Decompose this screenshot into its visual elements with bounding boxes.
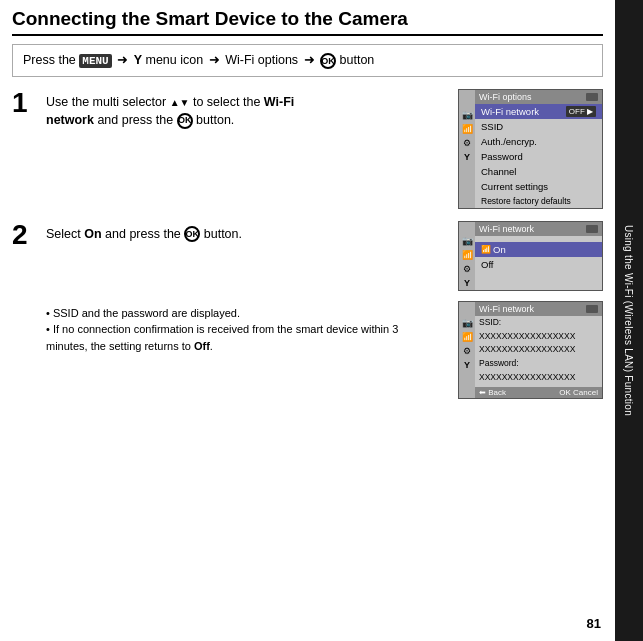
screen2-main: Wi-Fi network 📶 On	[475, 222, 602, 290]
menu-row-password: Password	[475, 149, 602, 164]
side-label: Using the Wi-Fi (Wireless LAN) Function	[615, 0, 643, 641]
screen2-camera-icon: 📷	[462, 236, 473, 246]
screen3-ssid-value1: XXXXXXXXXXXXXXXXX	[479, 331, 575, 341]
screen2-icons-col: 📷 📶 ⚙ Y	[459, 222, 475, 290]
screen2-settings-icon: ⚙	[463, 264, 471, 274]
step-2-number: 2	[12, 221, 40, 249]
step-1-text: Use the multi selector ▲▼ to select the …	[46, 89, 450, 129]
screen3-y-icon: Y	[464, 360, 470, 370]
screen2-title: Wi-Fi network	[479, 224, 534, 234]
step-1-number: 1	[12, 89, 40, 117]
screen3-title: Wi-Fi network	[479, 304, 534, 314]
arrow1: ➜	[117, 52, 128, 67]
screen2-header-icon	[586, 225, 598, 233]
selector-icon: ▲▼	[170, 97, 190, 108]
screen3-ssid-value1-row: XXXXXXXXXXXXXXXXX	[475, 330, 602, 344]
auth-label: Auth./encryp.	[481, 136, 537, 147]
screen1-header: Wi-Fi options	[475, 90, 602, 104]
screen1-title: Wi-Fi options	[479, 92, 532, 102]
screen2-header: Wi-Fi network	[475, 222, 602, 236]
screen3-password-label: Password:	[479, 358, 519, 368]
screens-column: 📷 📶 ⚙ Y Wi-Fi network	[450, 221, 603, 399]
step-2-text: Select On and press the OK button.	[46, 221, 442, 243]
menu-row-off: Off	[475, 257, 602, 272]
off-label: Off	[481, 259, 494, 270]
page-number: 81	[587, 616, 601, 631]
page-title: Connecting the Smart Device to the Camer…	[12, 8, 603, 36]
ok-button-icon-step2: OK	[184, 226, 200, 242]
header-icon	[586, 93, 598, 101]
ssid-password-screen: 📷 📶 ⚙ Y Wi-Fi network	[458, 301, 603, 399]
arrow3: ➜	[304, 52, 315, 67]
menu-row-on: 📶 On	[475, 242, 602, 257]
arrow2: ➜	[209, 52, 220, 67]
wifi-network-screen: 📷 📶 ⚙ Y Wi-Fi network	[458, 221, 603, 291]
step-3-screen: 📷 📶 ⚙ Y Wi-Fi network	[458, 301, 603, 399]
screen2-with-icons: 📷 📶 ⚙ Y Wi-Fi network	[459, 222, 602, 290]
bullet-1: SSID and the password are displayed.	[46, 305, 442, 322]
steps-area: 1 Use the multi selector ▲▼ to select th…	[12, 89, 603, 407]
button-label: button	[340, 53, 375, 67]
y-icon: Y	[464, 152, 470, 162]
screen3-header-icon	[586, 305, 598, 313]
page-container: Connecting the Smart Device to the Camer…	[0, 0, 643, 641]
screen2-body: 📶 On Off	[475, 236, 602, 272]
screen2-wifi-icon: 📶	[462, 250, 473, 260]
screen-icons-col: 📷 📶 ⚙ Y	[459, 90, 475, 208]
screen-main: Wi-Fi options Wi-Fi network OFF ▶	[475, 90, 602, 208]
ok-button-icon-step1: OK	[177, 113, 193, 129]
camera-icon: 📷	[462, 110, 473, 120]
step-1-row: 1 Use the multi selector ▲▼ to select th…	[12, 89, 603, 209]
step-1-screen: 📷 📶 ⚙ Y Wi-Fi options	[458, 89, 603, 209]
side-label-text: Using the Wi-Fi (Wireless LAN) Function	[624, 225, 635, 416]
screen3-wifi-icon: 📶	[462, 332, 473, 342]
screen3-with-icons: 📷 📶 ⚙ Y Wi-Fi network	[459, 302, 602, 398]
menu-row-channel: Channel	[475, 164, 602, 179]
menu-button-label: MENU	[79, 54, 111, 68]
menu-row-restore: Restore factory defaults	[475, 194, 602, 208]
menu-row-auth: Auth./encryp.	[475, 134, 602, 149]
bullets-list: SSID and the password are displayed. If …	[46, 305, 442, 355]
menu-row-current: Current settings	[475, 179, 602, 194]
bullet-2: If no connection confirmation is receive…	[46, 321, 442, 354]
icon-y: Y	[134, 53, 142, 67]
restore-label: Restore factory defaults	[481, 196, 571, 206]
screen3-main: Wi-Fi network SSID:	[475, 302, 602, 398]
bullets-text: SSID and the password are displayed. If …	[46, 303, 442, 355]
channel-label: Channel	[481, 166, 516, 177]
screen3-body: SSID: XXXXXXXXXXXXXXXXX XXXXXXXXXXXXXXXX…	[475, 316, 602, 398]
cancel-button[interactable]: OK Cancel	[559, 388, 598, 397]
password-label: Password	[481, 151, 523, 162]
back-button[interactable]: ⬅ Back	[479, 388, 506, 397]
ssid-label: SSID	[481, 121, 503, 132]
instruction-box: Press the MENU ➜ Y menu icon ➜ Wi-Fi opt…	[12, 44, 603, 77]
screen3-password-label-row: Password:	[475, 357, 602, 371]
wifi-options-screen: 📷 📶 ⚙ Y Wi-Fi options	[458, 89, 603, 209]
screen-with-icons: 📷 📶 ⚙ Y Wi-Fi options	[459, 90, 602, 208]
screen3-ssid-value2-row: XXXXXXXXXXXXXXXXX	[475, 343, 602, 357]
screen3-icons-col: 📷 📶 ⚙ Y	[459, 302, 475, 398]
screen1-body: Wi-Fi network OFF ▶ SSID Auth./encryp.	[475, 104, 602, 208]
screen3-settings-icon: ⚙	[463, 346, 471, 356]
on-label: On	[491, 244, 596, 255]
screen2-y-icon: Y	[464, 278, 470, 288]
screen3-ssid-label-row: SSID:	[475, 316, 602, 330]
screen3-password-value-row: XXXXXXXXXXXXXXXXX	[475, 371, 602, 385]
step-2-row: 2 Select On and press the OK button. SSI…	[12, 221, 603, 399]
screen3-ssid-label: SSID:	[479, 317, 501, 327]
screen3-header: Wi-Fi network	[475, 302, 602, 316]
step-2-text-and-bullets: Select On and press the OK button. SSID …	[46, 221, 442, 355]
menu-row-ssid: SSID	[475, 119, 602, 134]
off-badge: OFF ▶	[566, 106, 596, 117]
menu-row-wifi-network: Wi-Fi network OFF ▶	[475, 104, 602, 119]
current-settings-label: Current settings	[481, 181, 548, 192]
step-2-screen: 📷 📶 ⚙ Y Wi-Fi network	[458, 221, 603, 291]
wifi-options-label: Wi-Fi options	[225, 53, 298, 67]
wifi-network-label: Wi-Fi network	[481, 106, 539, 117]
screen3-ssid-value2: XXXXXXXXXXXXXXXXX	[479, 344, 575, 354]
main-content: Connecting the Smart Device to the Camer…	[0, 0, 615, 641]
screen3-camera-icon: 📷	[462, 318, 473, 328]
menu-icon-label: menu icon	[146, 53, 204, 67]
wifi-icon: 📶	[462, 124, 473, 134]
instruction-text-prefix: Press the	[23, 53, 76, 67]
